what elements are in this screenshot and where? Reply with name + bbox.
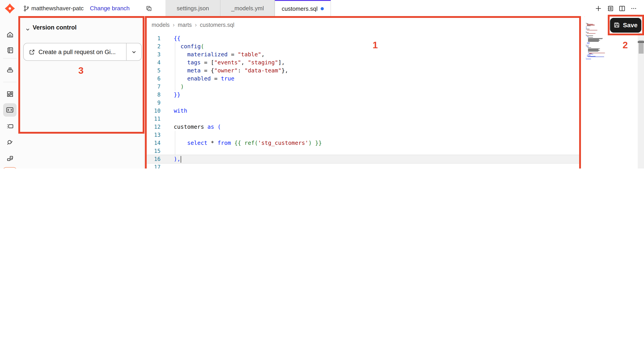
line-number: 13 (145, 131, 163, 139)
more-icon[interactable] (630, 5, 637, 12)
code-line-14[interactable]: 14 select * from {{ ref('stg_customers')… (145, 139, 584, 147)
line-number: 16 (145, 155, 163, 163)
external-link-icon (29, 49, 35, 55)
home-icon[interactable] (3, 28, 16, 41)
breadcrumb: models›marts›customers.sql (152, 22, 234, 28)
line-number: 10 (145, 107, 163, 115)
dashboard-icon[interactable] (3, 87, 16, 101)
line-number: 15 (145, 147, 163, 155)
line-number: 3 (145, 50, 163, 58)
create-pr-label: Create a pull request on Gi... (38, 48, 116, 55)
code-line-7[interactable]: 7 ) (145, 83, 584, 91)
minimap[interactable] (585, 16, 638, 168)
line-number: 9 (145, 99, 163, 107)
dbt-copilot-icon[interactable] (3, 167, 17, 168)
split-editor-icon[interactable] (619, 5, 626, 12)
code-lines: 1{{2 config(3 materialized = "table",4 t… (145, 34, 584, 168)
orchestration-icon[interactable] (3, 119, 16, 133)
save-button[interactable]: Save (610, 18, 641, 32)
code-line-12[interactable]: 12customers as ( (145, 123, 584, 131)
code-line-10[interactable]: 10with (145, 107, 584, 115)
code-line-15[interactable]: 15 (145, 147, 584, 155)
outline-panel-icon[interactable] (607, 5, 614, 12)
save-icon (614, 22, 620, 28)
line-number: 12 (145, 123, 163, 131)
code-line-9[interactable]: 9 (145, 99, 584, 107)
line-number: 1 (145, 34, 163, 42)
editor-scrollbar[interactable] (638, 16, 644, 168)
line-number: 6 (145, 75, 163, 83)
scrollbar-marker (638, 41, 644, 43)
git-branch-icon (23, 5, 30, 12)
dbt-logo-icon[interactable] (3, 2, 16, 15)
version-control-title: Version control (33, 24, 77, 31)
line-number: 17 (145, 163, 163, 168)
line-number: 4 (145, 58, 163, 67)
top-bar: matthewshaver-patc Change branch setting… (20, 0, 644, 17)
environments-icon[interactable] (3, 63, 16, 76)
pr-dropdown-chevron[interactable] (126, 43, 141, 60)
unsaved-dot (321, 7, 324, 10)
line-number: 11 (145, 115, 163, 123)
line-number: 5 (145, 67, 163, 75)
dbt-cloud-ide: matthewshaver-patc Change branch setting… (0, 0, 644, 168)
line-number: 2 (145, 42, 163, 50)
code-editor[interactable]: models›marts›customers.sql 1{{2 config(3… (145, 16, 584, 168)
code-editor-icon[interactable] (3, 103, 16, 117)
notebook-icon[interactable] (3, 43, 16, 57)
code-line-5[interactable]: 5 meta = {"owner": "data-team"}, (145, 67, 584, 75)
change-branch-link[interactable]: Change branch (90, 0, 130, 16)
code-line-1[interactable]: 1{{ (145, 34, 584, 42)
code-line-17[interactable]: 17 (145, 163, 584, 168)
line-number: 14 (145, 139, 163, 147)
branch-name: matthewshaver-patc (31, 0, 86, 16)
line-number: 8 (145, 91, 163, 99)
left-panel: Version control Create a pull request on… (20, 16, 144, 168)
text-cursor (181, 156, 181, 162)
tab-settings.json[interactable]: settings.json (165, 0, 220, 16)
chevron-down-icon[interactable] (26, 27, 30, 32)
code-line-3[interactable]: 3 materialized = "table", (145, 50, 584, 58)
icon-rail (0, 0, 20, 168)
observability-icon[interactable] (3, 135, 16, 149)
save-label: Save (623, 22, 638, 29)
integrations-icon[interactable] (3, 152, 16, 165)
code-line-8[interactable]: 8}} (145, 91, 584, 99)
code-line-2[interactable]: 2 config( (145, 42, 584, 50)
code-line-4[interactable]: 4 tags = ["events", "staging"], (145, 58, 584, 67)
tab-_models.yml[interactable]: _models.yml (220, 0, 274, 16)
copy-branch-icon[interactable] (146, 5, 152, 11)
plus-icon[interactable] (595, 5, 602, 12)
code-line-6[interactable]: 6 enabled = true (145, 75, 584, 83)
code-line-11[interactable]: 11 (145, 115, 584, 123)
create-pr-button[interactable]: Create a pull request on Gi... (23, 43, 142, 61)
code-line-16[interactable]: 16), (145, 155, 584, 163)
tab-customers.sql[interactable]: customers.sql (274, 0, 331, 16)
code-line-13[interactable]: 13 (145, 131, 584, 139)
line-number: 7 (145, 83, 163, 91)
